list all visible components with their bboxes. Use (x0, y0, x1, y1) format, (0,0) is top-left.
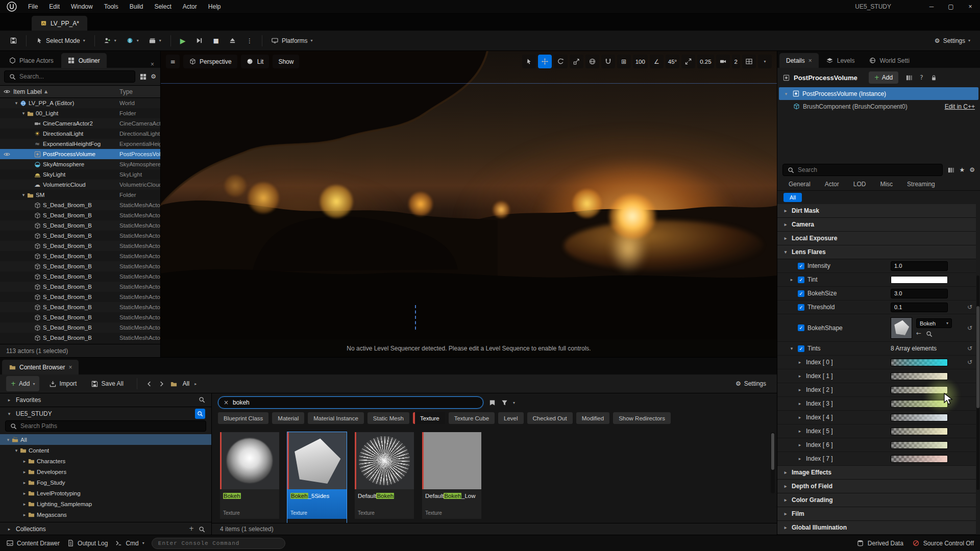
project-root-header[interactable]: ▾ UE5_STUDY (0, 408, 211, 419)
chevron-down-icon[interactable]: ▾ (513, 400, 515, 405)
tint-color-swatch[interactable] (891, 455, 948, 463)
rotate-tool-button[interactable] (554, 55, 568, 68)
chevron-down-icon[interactable]: ▾ (783, 91, 789, 96)
chevron-right-icon[interactable]: ▸ (789, 277, 795, 282)
menu-select[interactable]: Select (149, 0, 177, 13)
frame-skip-button[interactable] (191, 33, 208, 48)
tint-color-swatch[interactable] (891, 386, 948, 394)
outliner-row[interactable]: S_Dead_Broom_BStaticMeshActor (0, 231, 160, 241)
filter-chip-material[interactable]: Material (272, 412, 304, 424)
menu-window[interactable]: Window (65, 0, 99, 13)
favorites-star-icon[interactable]: ★ (959, 167, 965, 173)
search-icon[interactable] (198, 396, 205, 404)
settings-dropdown[interactable]: ⚙ Settings▾ (930, 33, 975, 48)
cinematics-button[interactable]: ▾ (144, 33, 166, 48)
tab-level[interactable]: LV_PP_A* (32, 16, 87, 31)
outliner-row[interactable]: ▾SMFolder (0, 190, 160, 200)
restore-button[interactable]: ▢ (941, 0, 961, 13)
column-type[interactable]: Type (119, 88, 160, 95)
new-outliner-icon[interactable] (139, 73, 146, 80)
tab-levels[interactable]: Levels (820, 53, 862, 68)
launch-button[interactable] (225, 33, 241, 48)
section-depth-of-field[interactable]: ▸Depth of Field (777, 480, 976, 493)
path-search-toggle[interactable] (195, 409, 205, 419)
asset-search[interactable]: × (218, 396, 483, 409)
tint-color-swatch[interactable] (891, 441, 948, 449)
asset-tile[interactable]: Bokeh_5SidesTexture (287, 432, 347, 523)
menu-actor[interactable]: Actor (177, 0, 203, 13)
rotation-snap-value[interactable]: 45° (666, 55, 679, 68)
outliner-row[interactable]: ☀DirectionalLightDirectionalLight (0, 129, 160, 139)
chevron-icon[interactable]: ▸ (21, 491, 28, 496)
chevron-icon[interactable]: ▸ (21, 480, 28, 485)
tints-checkbox[interactable]: ✓ (798, 345, 804, 352)
chevron-down-icon[interactable]: ▾ (789, 346, 795, 351)
chevron-right-icon[interactable]: ▸ (797, 360, 803, 365)
outliner-row[interactable]: S_Dead_Broom_BStaticMeshActor (0, 292, 160, 302)
outliner-row[interactable]: S_Dead_Broom_BStaticMeshActor (0, 333, 160, 343)
outliner-row[interactable]: ▾00_LightFolder (0, 108, 160, 118)
outliner-row[interactable]: S_Dead_Broom_BStaticMeshActor (0, 200, 160, 210)
viewport-layout-button[interactable] (742, 55, 756, 68)
chevron-down-icon[interactable]: ▾ (20, 192, 27, 197)
tab-content-browser[interactable]: Content Browser × (2, 360, 79, 374)
details-view-options-icon[interactable] (905, 74, 913, 81)
scale-snap-value[interactable]: 0.25 (697, 55, 714, 68)
chevron-icon[interactable]: ▸ (21, 502, 28, 507)
section-color-grading[interactable]: ▸Color Grading (777, 493, 976, 507)
filter-chip-checked-out[interactable]: Checked Out (527, 412, 573, 424)
camera-speed-value[interactable]: 2 (732, 55, 740, 68)
asset-grid-scrollbar[interactable] (771, 432, 775, 493)
breadcrumb[interactable]: All (183, 380, 189, 387)
outliner-row[interactable]: PostProcessVolumePostProcessVolume (0, 149, 160, 159)
source-control-button[interactable]: Source Control Off (913, 540, 974, 547)
folder-tree-item[interactable]: ▸Developers (0, 466, 211, 477)
console-command[interactable] (152, 538, 285, 549)
folder-tree-item[interactable]: ▾All (0, 434, 211, 445)
close-tab-icon[interactable]: × (808, 57, 812, 64)
minimize-button[interactable]: ─ (922, 0, 941, 13)
close-button[interactable]: × (961, 0, 980, 13)
grid-snap-value[interactable]: 100 (633, 55, 648, 68)
bokehshape-thumbnail[interactable] (891, 317, 912, 339)
chevron-icon[interactable]: ▸ (21, 459, 28, 464)
category-tab-streaming[interactable]: Streaming (900, 181, 942, 188)
folder-tree-item[interactable]: ▸Characters (0, 456, 211, 466)
menu-help[interactable]: Help (203, 0, 227, 13)
outliner-search[interactable] (4, 70, 135, 83)
close-tab-icon[interactable]: × (68, 364, 72, 371)
reset-icon[interactable]: ↺ (964, 304, 976, 310)
add-collection-icon[interactable]: + (189, 525, 194, 533)
threshold-field[interactable]: 0.1 (891, 303, 948, 312)
menu-build[interactable]: Build (124, 0, 149, 13)
bokehsize-field[interactable]: 3.0 (891, 289, 948, 298)
section-film[interactable]: ▸Film (777, 507, 976, 521)
category-tab-general[interactable]: General (781, 181, 818, 188)
cb-settings-button[interactable]: ⚙Settings (731, 376, 771, 391)
search-paths[interactable] (5, 420, 206, 432)
folder-tree-item[interactable]: ▾Content (0, 445, 211, 456)
tint-color-swatch[interactable] (891, 428, 948, 435)
lock-icon[interactable] (930, 74, 938, 81)
asset-tile[interactable]: DefaultBokehTexture (355, 432, 414, 523)
asset-tile[interactable]: DefaultBokeh_LowTexture (422, 432, 481, 523)
clear-search-icon[interactable]: × (224, 399, 229, 406)
tab-outliner[interactable]: Outliner (61, 53, 107, 68)
derived-data-button[interactable]: Derived Data (857, 540, 903, 547)
folder-tree-item[interactable]: ▸Megascans (0, 509, 211, 520)
unreal-logo-icon[interactable] (5, 0, 18, 13)
intensity-field[interactable]: 1.0 (891, 261, 948, 271)
section-dirt-mask[interactable]: ▸Dirt Mask (777, 204, 976, 218)
bokehsize-checkbox[interactable]: ✓ (798, 290, 804, 297)
favorites-header[interactable]: ▸ Favorites (0, 394, 211, 406)
add-component-button[interactable]: +Add (869, 71, 898, 84)
outliner-row[interactable]: S_Dead_Broom_BStaticMeshActor (0, 312, 160, 322)
chevron-right-icon[interactable]: ▸ (797, 373, 803, 379)
all-filter-chip[interactable]: All (783, 193, 802, 202)
outliner-row[interactable]: S_Dead_Broom_BStaticMeshActor (0, 261, 160, 271)
viewport-options-button[interactable]: ≡ (166, 55, 180, 68)
asset-tile[interactable]: BokehTexture (220, 432, 279, 523)
outliner-row[interactable]: ≈ExponentialHeightFogExponentialHeightFo… (0, 139, 160, 149)
bokehshape-checkbox[interactable]: ✓ (798, 324, 804, 331)
forward-icon[interactable] (158, 380, 165, 387)
